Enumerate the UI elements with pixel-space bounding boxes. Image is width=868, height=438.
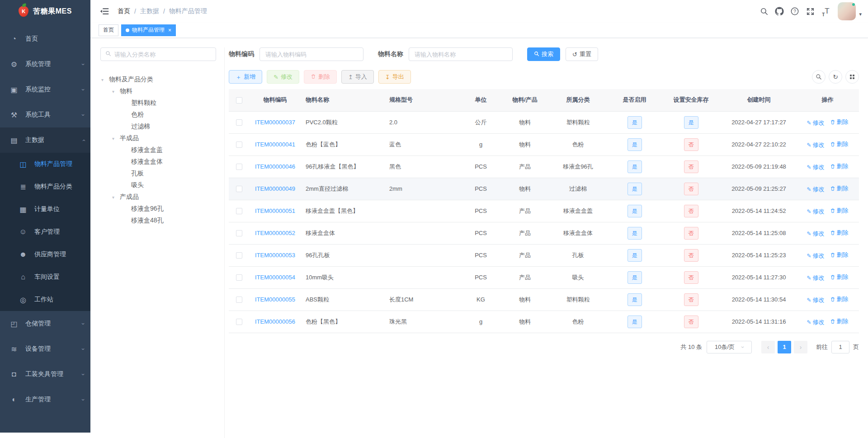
tree-node[interactable]: ▾物料及产品分类 — [100, 74, 216, 85]
row-edit-link[interactable]: ✎修改 — [807, 119, 824, 127]
sidebar-item-system-mgmt[interactable]: ⚙系统管理› — [0, 52, 90, 77]
row-edit-link[interactable]: ✎修改 — [807, 230, 824, 238]
refresh-button[interactable]: ↻ — [829, 70, 842, 84]
tag-close-icon[interactable]: × — [168, 28, 171, 33]
breadcrumb-home[interactable]: 首页 — [118, 7, 130, 15]
goto-page-input[interactable] — [831, 341, 849, 353]
item-code-link[interactable]: ITEM00000056 — [255, 318, 295, 325]
page-size-select[interactable]: 10条/页 › — [707, 341, 752, 353]
row-checkbox[interactable] — [236, 319, 242, 325]
export-button[interactable]: ↧ 导出 — [378, 70, 411, 84]
avatar-caret-down-icon[interactable]: ▾ — [859, 11, 862, 17]
app-logo[interactable]: K 苦糖果MES — [0, 0, 90, 23]
item-code-input[interactable] — [259, 47, 363, 61]
header-search-icon[interactable] — [756, 4, 772, 19]
help-icon[interactable]: ? — [787, 4, 802, 19]
row-delete-link[interactable]: 删除 — [830, 317, 849, 325]
tree-node[interactable]: 移液盒96孔 — [100, 203, 216, 215]
tree-caret-icon[interactable]: ▾ — [112, 89, 117, 94]
sidebar-item-measure-unit[interactable]: ▦计量单位 — [0, 198, 90, 221]
sidebar-item-material-product-category[interactable]: ≣物料产品分类 — [0, 175, 90, 198]
row-edit-link[interactable]: ✎修改 — [807, 252, 824, 260]
row-delete-link[interactable]: 删除 — [830, 207, 849, 215]
page-1-button[interactable]: 1 — [778, 341, 791, 353]
add-button[interactable]: ＋ 新增 — [229, 70, 262, 84]
row-edit-link[interactable]: ✎修改 — [807, 141, 824, 149]
user-avatar[interactable] — [838, 2, 856, 20]
row-edit-link[interactable]: ✎修改 — [807, 318, 824, 326]
row-checkbox[interactable] — [236, 186, 242, 192]
tree-node[interactable]: 吸头 — [100, 179, 216, 191]
github-icon[interactable] — [772, 4, 787, 19]
reset-button[interactable]: ↺ 重置 — [566, 47, 598, 61]
row-checkbox[interactable] — [236, 141, 242, 148]
sidebar-item-workstation[interactable]: ◎工作站 — [0, 288, 90, 311]
tree-node[interactable]: 移液盒盒体 — [100, 156, 216, 168]
row-checkbox[interactable] — [236, 252, 242, 259]
item-code-link[interactable]: ITEM00000052 — [255, 230, 295, 236]
tree-node[interactable]: 移液盒48孔 — [100, 215, 216, 226]
item-code-link[interactable]: ITEM00000046 — [255, 163, 295, 170]
columns-button[interactable] — [845, 70, 859, 84]
tree-node[interactable]: 移液盒盒盖 — [100, 144, 216, 156]
font-size-icon[interactable]: TT — [818, 4, 833, 19]
item-code-link[interactable]: ITEM00000054 — [255, 274, 295, 281]
sidebar-item-system-monitor[interactable]: ▣系统监控› — [0, 77, 90, 102]
tree-node[interactable]: 过滤棉 — [100, 121, 216, 132]
row-edit-link[interactable]: ✎修改 — [807, 163, 824, 171]
fullscreen-icon[interactable] — [802, 4, 818, 19]
sidebar-item-home[interactable]: ◔首页 — [0, 26, 90, 52]
edit-button[interactable]: ✎ 修改 — [267, 70, 299, 84]
tree-node[interactable]: ▾半成品 — [100, 132, 216, 144]
sidebar-item-fixture-mgmt[interactable]: ◘工装夹具管理› — [0, 362, 90, 387]
item-code-link[interactable]: ITEM00000053 — [255, 252, 295, 259]
tree-node[interactable]: 孔板 — [100, 168, 216, 179]
import-button[interactable]: ↥ 导入 — [341, 70, 374, 84]
sidebar-item-equipment-mgmt[interactable]: ≋设备管理› — [0, 336, 90, 362]
sidebar-item-production-mgmt[interactable]: ◐生产管理› — [0, 387, 90, 412]
sidebar-toggle-icon[interactable] — [99, 6, 109, 16]
tree-caret-icon[interactable]: ▾ — [101, 77, 106, 82]
sidebar-item-customer-mgmt[interactable]: ☺客户管理 — [0, 221, 90, 243]
item-code-link[interactable]: ITEM00000041 — [255, 141, 295, 148]
next-page-button[interactable]: › — [794, 341, 807, 353]
row-delete-link[interactable]: 删除 — [830, 273, 849, 281]
item-code-link[interactable]: ITEM00000051 — [255, 207, 295, 214]
tree-node[interactable]: ▾物料 — [100, 85, 216, 97]
sidebar-item-workshop-settings[interactable]: ⌂车间设置 — [0, 266, 90, 288]
row-edit-link[interactable]: ✎修改 — [807, 296, 824, 304]
tree-node[interactable]: ▾产成品 — [100, 191, 216, 203]
row-delete-link[interactable]: 删除 — [830, 251, 849, 259]
search-button[interactable]: 搜索 — [527, 47, 560, 61]
prev-page-button[interactable]: ‹ — [761, 341, 775, 353]
row-checkbox[interactable] — [236, 274, 242, 281]
row-delete-link[interactable]: 删除 — [830, 140, 849, 148]
row-delete-link[interactable]: 删除 — [830, 295, 849, 303]
item-code-link[interactable]: ITEM00000037 — [255, 119, 295, 126]
row-delete-link[interactable]: 删除 — [830, 118, 849, 126]
row-delete-link[interactable]: 删除 — [830, 162, 849, 170]
tree-caret-icon[interactable]: ▾ — [112, 195, 117, 200]
row-checkbox[interactable] — [236, 119, 242, 126]
tag-home[interactable]: 首页 — [99, 24, 118, 36]
tree-node[interactable]: 色粉 — [100, 109, 216, 121]
delete-button[interactable]: 删除 — [304, 70, 337, 84]
item-code-link[interactable]: ITEM00000055 — [255, 296, 295, 303]
category-search-input[interactable] — [114, 51, 211, 58]
breadcrumb-master-data[interactable]: 主数据 — [140, 7, 159, 15]
row-delete-link[interactable]: 删除 — [830, 229, 849, 237]
sidebar-item-system-tools[interactable]: ⚒系统工具› — [0, 102, 90, 127]
sidebar-item-material-product-mgmt[interactable]: ◫物料产品管理 — [0, 153, 90, 175]
tree-caret-icon[interactable]: ▾ — [112, 136, 117, 141]
row-checkbox[interactable] — [236, 208, 242, 214]
row-checkbox[interactable] — [236, 297, 242, 303]
row-edit-link[interactable]: ✎修改 — [807, 274, 824, 282]
tree-node[interactable]: 塑料颗粒 — [100, 97, 216, 109]
select-all-checkbox[interactable] — [236, 97, 242, 104]
item-code-link[interactable]: ITEM00000049 — [255, 185, 295, 192]
tag-material-product-mgmt[interactable]: 物料产品管理 × — [121, 24, 176, 36]
item-name-input[interactable] — [409, 47, 513, 61]
row-delete-link[interactable]: 删除 — [830, 184, 849, 193]
row-checkbox[interactable] — [236, 230, 242, 236]
row-checkbox[interactable] — [236, 164, 242, 170]
